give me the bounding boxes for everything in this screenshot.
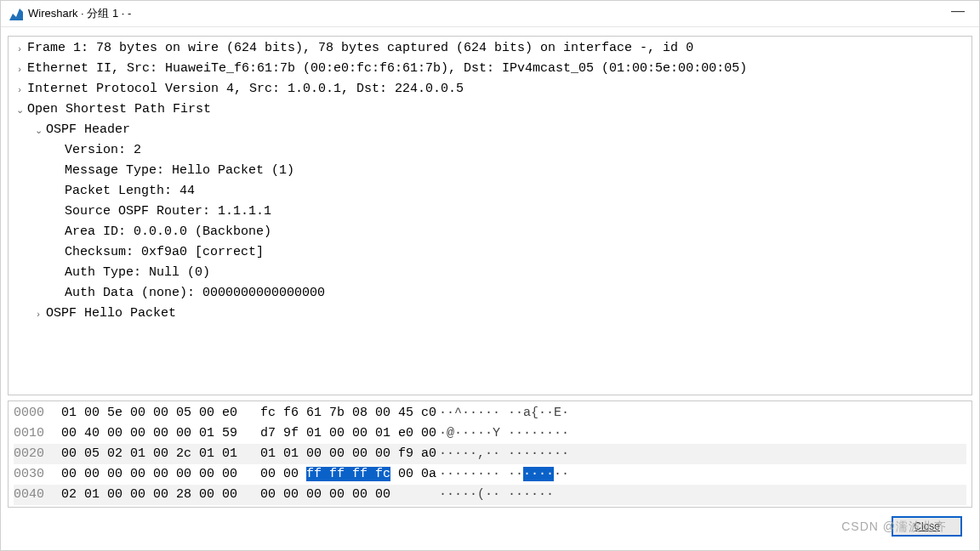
tree-label: Source OSPF Router: 1.1.1.1 [65, 202, 271, 222]
hex-ascii: ········ ········ [419, 464, 569, 485]
chevron-down-icon[interactable]: ⌄ [12, 99, 27, 120]
packet-bytes-pane[interactable]: 000001 00 5e 00 00 05 00 e0 fc f6 61 7b … [8, 400, 972, 508]
tree-row[interactable]: ›Frame 1: 78 bytes on wire (624 bits), 7… [12, 38, 968, 59]
hex-offset: 0010 [14, 423, 61, 444]
tree-row[interactable]: ›Ethernet II, Src: HuaweiTe_f6:61:7b (00… [12, 59, 968, 79]
close-button[interactable]: Close [892, 516, 962, 537]
tree-label: Auth Data (none): 0000000000000000 [65, 283, 325, 304]
wireshark-icon [9, 7, 23, 20]
chevron-right-icon[interactable]: › [12, 38, 27, 59]
tree-label: Ethernet II, Src: HuaweiTe_f6:61:7b (00:… [27, 59, 747, 79]
hex-selection: ff ff ff fc [306, 467, 390, 481]
tree-label: Area ID: 0.0.0.0 (Backbone) [65, 222, 271, 242]
tree-label: Packet Length: 44 [65, 181, 195, 202]
tree-label: Open Shortest Path First [27, 99, 211, 120]
hex-offset: 0030 [14, 464, 61, 485]
hex-row[interactable]: 003000 00 00 00 00 00 00 00 00 00 ff ff … [14, 464, 966, 485]
tree-label: OSPF Hello Packet [46, 304, 176, 324]
hex-row[interactable]: 002000 05 02 01 00 2c 01 01 01 01 00 00 … [14, 444, 966, 464]
hex-bytes: 01 00 5e 00 00 05 00 e0 fc f6 61 7b 08 0… [61, 403, 419, 423]
tree-label: Version: 2 [65, 140, 141, 161]
hex-offset: 0040 [14, 485, 61, 505]
hex-offset: 0000 [14, 403, 61, 423]
tree-row: Version: 2 [12, 140, 968, 161]
hex-ascii: ·····(·· ······ [419, 485, 554, 505]
hex-row[interactable]: 004002 01 00 00 00 28 00 00 00 00 00 00 … [14, 485, 966, 505]
window: Wireshark · 分组 1 · - — ›Frame 1: 78 byte… [0, 0, 980, 551]
tree-row: Area ID: 0.0.0.0 (Backbone) [12, 222, 968, 242]
tree-row: Auth Type: Null (0) [12, 263, 968, 283]
tree-label: Frame 1: 78 bytes on wire (624 bits), 78… [27, 38, 693, 59]
hex-bytes: 00 00 00 00 00 00 00 00 00 00 ff ff ff f… [61, 464, 419, 485]
tree-label: OSPF Header [46, 120, 130, 140]
hex-ascii: ··^····· ··a{··E· [419, 403, 569, 423]
ascii-selection: ···· [523, 467, 554, 481]
chevron-right-icon[interactable]: › [12, 79, 27, 99]
tree-label: Auth Type: Null (0) [65, 263, 210, 283]
tree-label: Checksum: 0xf9a0 [correct] [65, 242, 264, 263]
hex-bytes: 00 40 00 00 00 00 01 59 d7 9f 01 00 00 0… [61, 423, 419, 444]
hex-row[interactable]: 000001 00 5e 00 00 05 00 e0 fc f6 61 7b … [14, 403, 966, 423]
tree-row[interactable]: ›Internet Protocol Version 4, Src: 1.0.0… [12, 79, 968, 99]
hex-row[interactable]: 001000 40 00 00 00 00 01 59 d7 9f 01 00 … [14, 423, 966, 444]
tree-label: Internet Protocol Version 4, Src: 1.0.0.… [27, 79, 464, 99]
tree-row[interactable]: ›OSPF Hello Packet [12, 304, 968, 324]
chevron-right-icon[interactable]: › [12, 59, 27, 79]
tree-row[interactable]: ⌄OSPF Header [12, 120, 968, 140]
content-area: ›Frame 1: 78 bytes on wire (624 bits), 7… [1, 27, 979, 550]
hex-ascii: ·····,·· ········ [419, 444, 569, 464]
tree-row[interactable]: ⌄Open Shortest Path First [12, 99, 968, 120]
hex-bytes: 02 01 00 00 00 28 00 00 00 00 00 00 00 0… [61, 485, 419, 505]
tree-row: Checksum: 0xf9a0 [correct] [12, 242, 968, 263]
tree-row: Message Type: Hello Packet (1) [12, 161, 968, 181]
titlebar: Wireshark · 分组 1 · - — [1, 1, 979, 27]
chevron-down-icon[interactable]: ⌄ [31, 120, 46, 140]
hex-bytes: 00 05 02 01 00 2c 01 01 01 01 00 00 00 0… [61, 444, 419, 464]
window-title: Wireshark · 分组 1 · - [28, 6, 945, 21]
footer: CSDN @濡波北齐 Close [8, 508, 972, 545]
tree-row: Packet Length: 44 [12, 181, 968, 202]
hex-offset: 0020 [14, 444, 61, 464]
chevron-right-icon[interactable]: › [31, 304, 46, 324]
minimize-button[interactable]: — [945, 3, 971, 24]
tree-row: Auth Data (none): 0000000000000000 [12, 283, 968, 304]
tree-row: Source OSPF Router: 1.1.1.1 [12, 202, 968, 222]
packet-details-pane[interactable]: ›Frame 1: 78 bytes on wire (624 bits), 7… [8, 36, 972, 395]
hex-ascii: ·@·····Y ········ [419, 423, 569, 444]
tree-label: Message Type: Hello Packet (1) [65, 161, 294, 181]
